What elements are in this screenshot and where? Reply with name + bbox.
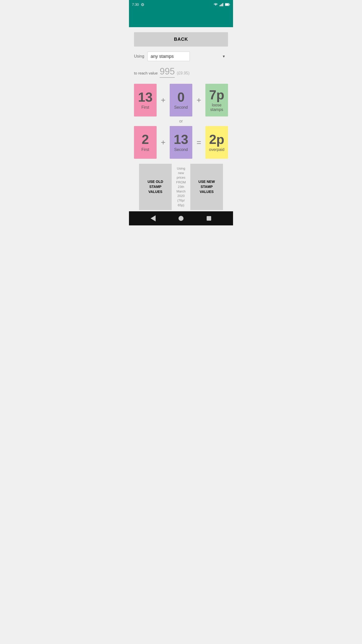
svg-rect-1 — [220, 5, 221, 6]
status-left: 7:30 — [132, 2, 144, 7]
time-display: 7:30 — [132, 3, 139, 7]
loose-stamps-number: 7p — [209, 88, 224, 101]
use-old-values-label: USE OLDSTAMPVALUES — [148, 180, 163, 193]
home-circle-icon — [178, 216, 184, 221]
main-content: BACK Using any stamps first class only s… — [129, 27, 233, 211]
svg-rect-2 — [221, 4, 222, 6]
overpaid-cell: 2p overpaid — [205, 126, 228, 159]
svg-rect-3 — [222, 3, 223, 6]
first-class-number-2: 2 — [142, 133, 149, 146]
plus-operator-2: + — [194, 96, 204, 105]
second-class-label-1: Second — [174, 105, 188, 110]
plus-operator-3: + — [158, 138, 168, 147]
second-class-stamp-count-1[interactable]: 0 Second — [170, 84, 192, 116]
stamp-type-dropdown-wrapper: any stamps first class only second class… — [147, 52, 228, 61]
plus-operator-1: + — [158, 96, 168, 105]
svg-rect-6 — [230, 4, 230, 5]
chevron-down-icon: ▼ — [222, 54, 225, 58]
stamp-grid: 13 First + 0 Second + 7p loosestamps or … — [129, 84, 233, 210]
stamp-type-dropdown[interactable]: any stamps first class only second class… — [147, 52, 190, 61]
first-class-number-1: 13 — [138, 91, 153, 104]
dropdown-row: Using any stamps first class only second… — [129, 52, 233, 61]
recents-square-icon — [207, 216, 211, 221]
gear-icon — [141, 2, 144, 7]
first-class-label-2: First — [141, 147, 149, 152]
loose-stamps-label: loosestamps — [210, 103, 223, 112]
target-row: to reach value 995 (£9.95) — [129, 66, 233, 78]
app-header — [129, 9, 233, 27]
target-label: to reach value — [134, 71, 158, 75]
second-class-number-2: 13 — [174, 133, 188, 146]
second-class-number-1: 0 — [177, 91, 185, 104]
use-new-values-label: USE NEWSTAMPVALUES — [198, 180, 215, 193]
bottom-buttons-row: USE OLDSTAMPVALUES Using new prices FROM… — [134, 164, 228, 210]
new-prices-info: Using new prices FROM 23th March 2020 (7… — [172, 164, 190, 210]
second-class-stamp-count-2[interactable]: 13 Second — [170, 126, 192, 159]
use-old-values-button[interactable]: USE OLDSTAMPVALUES — [139, 164, 172, 210]
battery-icon — [225, 3, 230, 6]
nav-recents-button[interactable] — [204, 214, 213, 223]
first-class-stamp-count-2[interactable]: 2 First — [134, 126, 157, 159]
svg-rect-0 — [219, 5, 220, 6]
using-label: Using — [134, 54, 144, 59]
stamp-row-2: 2 First + 13 Second = 2p overpaid — [134, 126, 228, 159]
equals-operator: = — [194, 138, 204, 147]
overpaid-label: overpaid — [209, 147, 224, 152]
status-bar: 7:30 — [129, 0, 233, 9]
status-right — [213, 3, 230, 6]
wifi-icon — [213, 3, 218, 6]
use-new-values-button[interactable]: USE NEWSTAMPVALUES — [190, 164, 223, 210]
stamp-row-1: 13 First + 0 Second + 7p loosestamps — [134, 84, 228, 116]
second-class-label-2: Second — [174, 147, 188, 152]
target-pounds: (£9.95) — [177, 71, 190, 75]
svg-rect-5 — [225, 4, 229, 6]
back-button[interactable]: BACK — [134, 32, 228, 47]
target-value: 995 — [160, 66, 175, 78]
overpaid-amount: 2p — [209, 133, 224, 146]
signal-icon — [219, 3, 223, 6]
loose-stamps-cell[interactable]: 7p loosestamps — [205, 84, 228, 116]
first-class-stamp-count-1[interactable]: 13 First — [134, 84, 157, 116]
or-divider: or — [134, 119, 228, 124]
back-triangle-icon — [151, 215, 156, 221]
nav-back-button[interactable] — [149, 214, 158, 223]
first-class-label-1: First — [141, 105, 149, 110]
nav-bar — [129, 211, 233, 225]
nav-home-button[interactable] — [176, 214, 186, 223]
or-text: or — [179, 119, 183, 123]
